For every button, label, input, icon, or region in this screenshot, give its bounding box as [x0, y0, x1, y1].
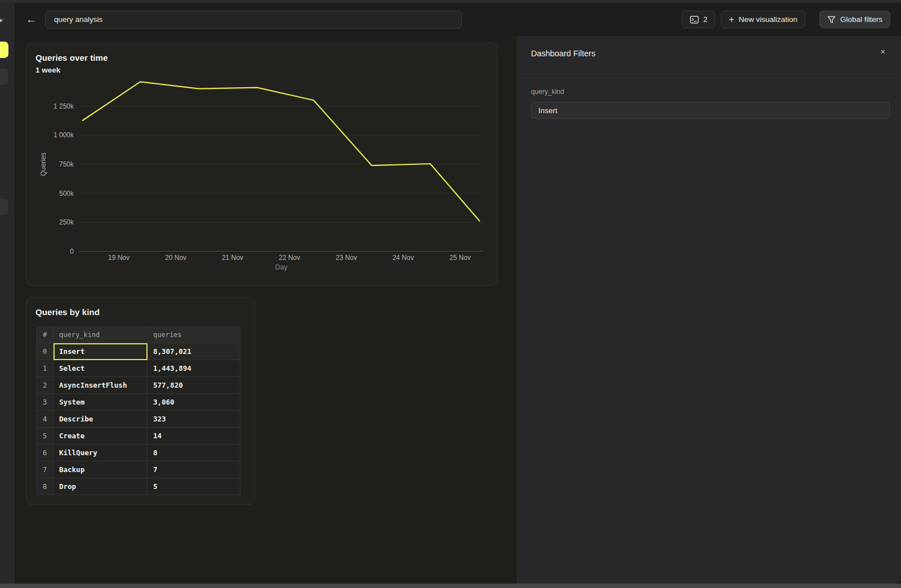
queries-value-cell[interactable]: 323 [148, 411, 240, 428]
queries-value-cell[interactable]: 3,060 [148, 394, 240, 411]
queries-value-cell[interactable]: 8,307,021 [148, 343, 240, 360]
queries-by-kind-card: Queries by kind #query_kindqueries 0Inse… [26, 297, 255, 505]
topbar: ← 2 + New visualization Global filters [16, 3, 901, 36]
table-row: 2AsyncInsertFlush577,820 [37, 377, 240, 394]
table-row: 3System3,060 [37, 394, 240, 411]
row-index: 2 [37, 377, 53, 394]
back-button[interactable]: ← [23, 13, 40, 26]
row-index: 6 [37, 445, 53, 461]
row-index: 3 [37, 394, 53, 411]
query-kind-cell[interactable]: Backup [53, 461, 148, 478]
table-row: 1Select1,443,894 [37, 360, 240, 377]
queries-series-line [82, 82, 480, 221]
y-tick-label: 750k [39, 160, 74, 168]
sidebar-item-active[interactable] [0, 42, 8, 58]
queries-value-cell[interactable]: 5 [148, 478, 240, 495]
query-kind-cell[interactable]: System [53, 394, 148, 411]
console-tabs-button[interactable]: 2 [682, 11, 716, 28]
queries-value-cell[interactable]: 7 [148, 461, 240, 478]
dashboard-title-input[interactable] [45, 11, 462, 29]
sidebar-item[interactable] [0, 199, 8, 215]
chart-title: Queries over time [35, 53, 108, 62]
window-bottom-edge [0, 583, 901, 588]
queries-value-cell[interactable]: 1,443,894 [148, 360, 240, 377]
column-header-index: # [37, 327, 53, 343]
query-kind-cell[interactable]: Create [53, 428, 148, 445]
y-tick-label: 0 [39, 248, 74, 255]
query-kind-cell[interactable]: Insert [53, 343, 148, 360]
row-index: 1 [37, 360, 53, 377]
panel-divider [517, 74, 901, 75]
dashboard-filters-panel: Dashboard Filters × query_kind [517, 36, 901, 583]
new-visualization-button[interactable]: + New visualization [721, 11, 805, 28]
table-row: 5Create14 [37, 428, 240, 445]
table-row: 7Backup7 [37, 461, 240, 478]
table-row: 4Describe323 [37, 411, 240, 428]
chart-subtitle: 1 week [35, 66, 60, 74]
y-tick-label: 500k [39, 190, 74, 198]
filter-field-label: query_kind [531, 88, 564, 96]
query-kind-filter-input[interactable] [531, 102, 890, 119]
query-kind-cell[interactable]: Select [53, 360, 148, 377]
query-kind-cell[interactable]: AsyncInsertFlush [53, 377, 148, 394]
queries-line-chart-plot[interactable] [79, 77, 483, 252]
refresh-icon[interactable]: ⟳ [0, 15, 3, 27]
y-tick-label: 250k [39, 218, 74, 226]
y-tick-label: 1 000k [39, 131, 74, 139]
funnel-icon [827, 16, 836, 24]
y-tick-label: 1 250k [39, 102, 74, 110]
queries-over-time-card: Queries over time 1 week Queries 0250k50… [26, 43, 497, 286]
row-index: 4 [37, 411, 53, 428]
table-row: 8Drop5 [37, 478, 240, 495]
query-kind-cell[interactable]: Describe [53, 411, 148, 428]
table-row: 6KillQuery8 [37, 445, 240, 461]
row-index: 0 [37, 343, 53, 360]
x-tick-label: 24 Nov [385, 254, 421, 262]
queries-value-cell[interactable]: 577,820 [148, 377, 240, 394]
row-index: 8 [37, 478, 53, 495]
global-filters-label: Global filters [840, 15, 882, 24]
x-tick-label: 22 Nov [271, 254, 307, 262]
x-tick-label: 23 Nov [328, 254, 364, 262]
query-kind-cell[interactable]: KillQuery [53, 445, 148, 461]
sidebar: ⟳ [0, 3, 15, 583]
query-kind-cell[interactable]: Drop [53, 478, 148, 495]
table-header-row: #query_kindqueries [37, 327, 240, 343]
x-tick-label: 21 Nov [215, 254, 251, 262]
plus-icon: + [729, 15, 734, 24]
row-index: 5 [37, 428, 53, 445]
close-icon[interactable]: × [881, 48, 885, 56]
table-row: 0Insert8,307,021 [37, 343, 240, 360]
row-index: 7 [37, 461, 53, 478]
console-tabs-count: 2 [703, 15, 708, 24]
sidebar-item[interactable] [0, 69, 8, 85]
queries-value-cell[interactable]: 14 [148, 428, 240, 445]
filters-panel-title: Dashboard Filters [531, 49, 595, 58]
column-header-query_kind: query_kind [53, 327, 148, 343]
x-axis-title: Day [79, 263, 483, 271]
queries-by-kind-table: #query_kindqueries 0Insert8,307,0211Sele… [36, 326, 240, 495]
queries-value-cell[interactable]: 8 [148, 445, 240, 461]
table-title: Queries by kind [35, 307, 100, 317]
column-header-queries: queries [148, 327, 240, 343]
console-icon [690, 16, 699, 24]
x-tick-label: 19 Nov [101, 254, 137, 262]
x-tick-label: 20 Nov [158, 254, 194, 262]
x-tick-label: 25 Nov [442, 254, 478, 262]
new-visualization-label: New visualization [739, 15, 797, 24]
global-filters-button[interactable]: Global filters [819, 11, 890, 28]
